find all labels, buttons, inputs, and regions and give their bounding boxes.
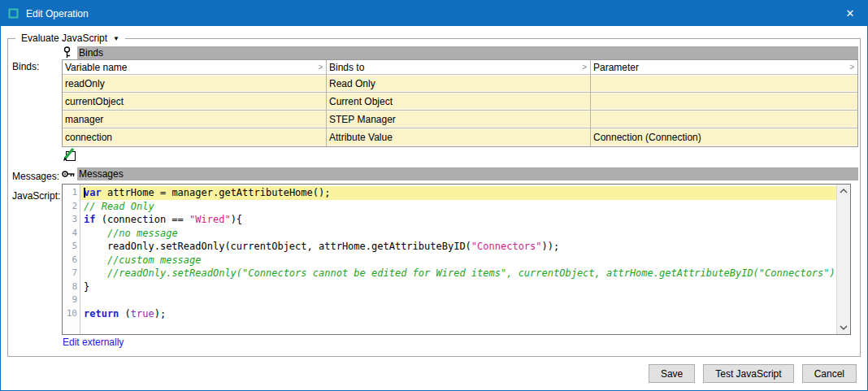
- line-number: 3: [63, 213, 77, 227]
- table-row[interactable]: readOnlyRead Only: [63, 75, 857, 93]
- binds-table-body: readOnlyRead OnlycurrentObjectCurrent Ob…: [63, 75, 857, 146]
- operation-type-selector[interactable]: Evaluate JavaScript ▼: [15, 33, 125, 44]
- save-button[interactable]: Save: [649, 364, 695, 383]
- key-icon: [62, 46, 77, 59]
- code-line[interactable]: }: [80, 280, 850, 294]
- table-row[interactable]: managerSTEP Manager: [63, 111, 857, 128]
- scroll-down-icon[interactable]: [837, 321, 851, 334]
- messages-label: Messages:: [12, 171, 59, 182]
- table-row[interactable]: connectionAttribute ValueConnection (Con…: [63, 128, 857, 146]
- line-number: 10: [63, 307, 77, 321]
- line-number: 4: [63, 227, 77, 241]
- edit-bind-button[interactable]: [62, 147, 77, 163]
- table-cell: [591, 93, 857, 110]
- titlebar: Edit Operation ✕: [1, 1, 867, 26]
- code-line[interactable]: //no message: [80, 227, 850, 241]
- table-cell: [591, 75, 857, 92]
- dialog-title: Edit Operation: [26, 8, 89, 20]
- code-pane[interactable]: var attrHome = manager.getAttributeHome(…: [80, 185, 850, 334]
- line-number: 2: [63, 200, 77, 214]
- table-cell: Read Only: [327, 75, 591, 92]
- table-cell: STEP Manager: [327, 111, 591, 128]
- code-line[interactable]: [80, 293, 850, 307]
- dialog-icon: [8, 8, 19, 19]
- code-line[interactable]: //custom message: [80, 254, 850, 267]
- test-javascript-button[interactable]: Test JavaScript: [703, 364, 793, 383]
- line-number: 6: [63, 254, 77, 267]
- table-cell: Current Object: [327, 93, 591, 110]
- table-cell: currentObject: [63, 93, 327, 110]
- code-line[interactable]: var attrHome = manager.getAttributeHome(…: [80, 186, 850, 200]
- key-horizontal-icon: [62, 167, 77, 180]
- code-line[interactable]: // Read Only: [80, 200, 850, 214]
- table-cell: connection: [63, 128, 327, 146]
- edit-operation-dialog: Edit Operation ✕ Evaluate JavaScript ▼ B…: [0, 0, 868, 391]
- line-number: 5: [63, 240, 77, 254]
- vertical-scrollbar[interactable]: [836, 185, 850, 334]
- column-header-binds-to[interactable]: Binds to >: [327, 60, 591, 74]
- operation-type-label: Evaluate JavaScript: [21, 33, 107, 44]
- close-icon[interactable]: ✕: [833, 1, 867, 26]
- table-row[interactable]: currentObjectCurrent Object: [63, 93, 857, 111]
- binds-panel-header[interactable]: Binds: [62, 46, 858, 59]
- line-number: 8: [63, 280, 77, 294]
- table-cell: Connection (Connection): [591, 128, 857, 146]
- messages-panel-title: Messages: [77, 167, 858, 180]
- operation-group-box: Evaluate JavaScript ▼ Binds: Messages: J…: [7, 38, 861, 357]
- table-cell: manager: [63, 111, 327, 128]
- column-header-parameter[interactable]: Parameter >: [591, 60, 857, 74]
- binds-panel-title: Binds: [77, 46, 858, 59]
- code-line[interactable]: return (true);: [80, 307, 850, 321]
- cancel-button[interactable]: Cancel: [802, 364, 857, 383]
- javascript-label: JavaScript:: [12, 190, 60, 202]
- binds-label: Binds:: [12, 61, 39, 72]
- messages-panel-header[interactable]: Messages: [62, 167, 858, 180]
- column-chevron-icon[interactable]: >: [318, 63, 323, 72]
- column-header-variable-name[interactable]: Variable name >: [63, 60, 327, 74]
- line-number-gutter: 12345678910: [63, 185, 80, 334]
- table-cell: Attribute Value: [327, 128, 591, 146]
- scroll-up-icon[interactable]: [837, 185, 851, 198]
- table-cell: readOnly: [63, 75, 327, 92]
- code-line[interactable]: if (connection == "Wired"){: [80, 213, 850, 227]
- code-line[interactable]: //readOnly.setReadOnly("Connectors canno…: [80, 267, 850, 280]
- dialog-button-row: Save Test JavaScript Cancel: [649, 364, 857, 383]
- binds-table: Variable name > Binds to > Parameter > r…: [62, 59, 858, 147]
- chevron-down-icon[interactable]: ▼: [113, 35, 119, 42]
- line-number: 7: [63, 267, 77, 280]
- edit-pencil-icon: [62, 147, 77, 163]
- edit-externally-link[interactable]: Edit externally: [63, 337, 124, 348]
- column-chevron-icon[interactable]: >: [582, 63, 587, 72]
- column-chevron-icon[interactable]: >: [849, 63, 854, 72]
- binds-table-header: Variable name > Binds to > Parameter >: [63, 60, 857, 75]
- code-line[interactable]: readOnly.setReadOnly(currentObject, attr…: [80, 240, 850, 254]
- line-number: 9: [63, 293, 77, 307]
- table-cell: [591, 111, 857, 128]
- line-number: 1: [63, 186, 77, 200]
- javascript-code-editor[interactable]: 12345678910 var attrHome = manager.getAt…: [62, 184, 851, 335]
